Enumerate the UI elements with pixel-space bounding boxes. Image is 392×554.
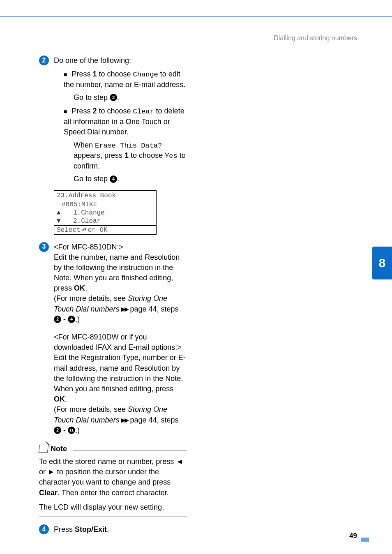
- lcd-line-4: ▼2.Clear: [54, 217, 157, 226]
- step-3-para-1: Edit the number, name and Resolution by …: [54, 252, 187, 294]
- double-chevron-icon: ▶▶: [121, 306, 128, 312]
- step-3-para-2: Edit the Registration Type, number or E-…: [54, 353, 187, 404]
- chapter-number: 8: [379, 254, 386, 272]
- step-2-marker: 2: [39, 55, 49, 65]
- step-3-marker: 3: [39, 242, 49, 252]
- note-label: Note: [51, 444, 67, 454]
- step-3-details-1: (For more details, see Storing One Touch…: [54, 293, 187, 325]
- note-header-rule: [73, 450, 187, 450]
- step-2: 2 Do one of the following: ■ Press 1 to …: [39, 55, 187, 185]
- step-2-bullet-2: ■ Press 2 to choose Clear to delete all …: [64, 106, 187, 137]
- note-block: Note To edit the stored name or number, …: [39, 444, 187, 517]
- header-section-label: Dialling and storing numbers: [274, 34, 357, 43]
- step-2-bullet-1: ■ Press 1 to choose Change to edit the n…: [64, 69, 187, 90]
- lcd-line-1: 23.Address Book: [54, 190, 157, 201]
- note-pencil-icon: [39, 445, 49, 453]
- step-2-intro: Do one of the following:: [54, 55, 187, 66]
- page-number: 49: [349, 531, 357, 541]
- step-2-bullet-2-when: When Erase This Data? appears, press 1 t…: [74, 140, 187, 172]
- lcd-display: 23.Address Book #005:MIKE ▲1.Change ▼2.C…: [54, 190, 157, 235]
- page-number-bar: [361, 538, 369, 542]
- ref-4: 4: [68, 316, 75, 323]
- step-3: 3 <For MFC-8510DN:> Edit the number, nam…: [39, 242, 187, 436]
- goto-ref-4: 4: [110, 175, 117, 183]
- double-chevron-icon: ▶▶: [121, 417, 128, 423]
- step-3-heading-1: <For MFC-8510DN:>: [54, 242, 187, 252]
- step-4-marker: 4: [39, 524, 49, 534]
- step-4: 4 Press Stop/Exit.: [39, 524, 187, 535]
- step-3-heading-2: <For MFC-8910DW or if you downloaded IFA…: [54, 332, 187, 353]
- up-down-arrow-icon: ▲▼: [82, 227, 86, 233]
- ref-2: 2: [54, 316, 61, 323]
- top-blue-rule: [0, 16, 392, 17]
- note-footer-rule: [39, 517, 187, 517]
- chapter-side-tab: 8: [372, 247, 392, 279]
- square-bullet: ■: [64, 108, 67, 115]
- goto-ref-3: 3: [110, 94, 117, 101]
- right-arrow-icon: ►: [48, 468, 55, 476]
- ref-11: 11: [68, 427, 75, 434]
- page-content: 2 Do one of the following: ■ Press 1 to …: [39, 55, 187, 537]
- up-arrow-icon: ▲: [57, 209, 64, 217]
- lcd-line-5: Select ▲▼ or OK: [54, 226, 157, 235]
- note-para-1: To edit the stored name or number, press…: [39, 457, 187, 498]
- step-4-text: Press Stop/Exit.: [54, 524, 187, 535]
- step-2-bullet-1-goto: Go to step 3.: [74, 92, 187, 103]
- left-arrow-icon: ◄: [176, 457, 183, 466]
- step-2-bullet-2-goto: Go to step 4.: [74, 174, 187, 184]
- step-3-details-2: (For more details, see Storing One Touch…: [54, 404, 187, 436]
- ref-2b: 2: [54, 427, 61, 434]
- down-arrow-icon: ▼: [57, 217, 64, 225]
- note-para-2: The LCD will display your new setting.: [39, 502, 187, 512]
- note-header: Note: [39, 444, 187, 454]
- lcd-line-3: ▲1.Change: [54, 209, 157, 217]
- square-bullet: ■: [64, 71, 67, 78]
- lcd-line-2: #005:MIKE: [54, 201, 157, 209]
- note-body: To edit the stored name or number, press…: [39, 457, 187, 512]
